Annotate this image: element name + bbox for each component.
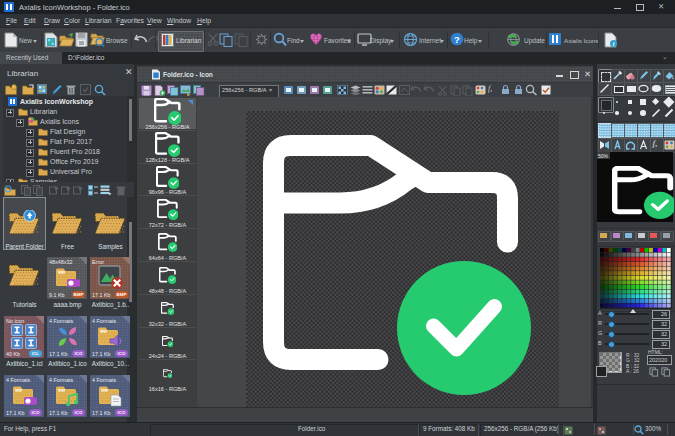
svg-text:?: ? <box>454 34 460 45</box>
